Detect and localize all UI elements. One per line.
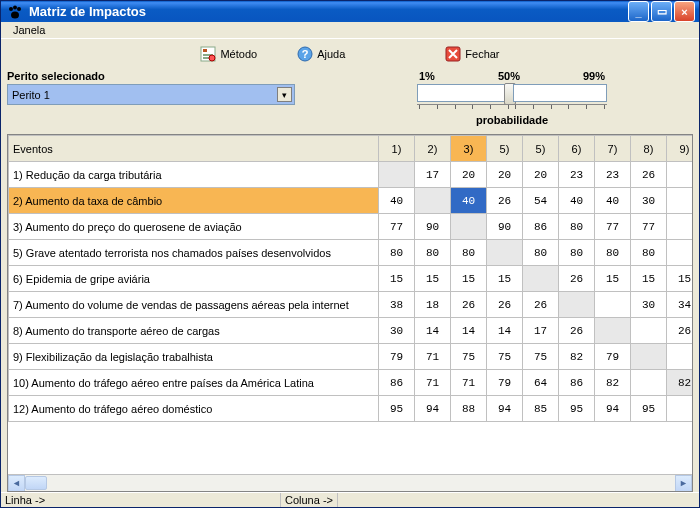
matrix-cell[interactable]: 15: [667, 266, 693, 292]
table-row[interactable]: 10) Aumento do tráfego aéreo entre paíse…: [9, 370, 693, 396]
matrix-cell[interactable]: 95: [631, 396, 667, 422]
matrix-cell[interactable]: 77: [595, 214, 631, 240]
matrix-cell[interactable]: 82: [667, 370, 693, 396]
matrix-cell[interactable]: 40: [451, 188, 487, 214]
matrix-cell[interactable]: 26: [559, 318, 595, 344]
matrix-cell[interactable]: 17: [523, 318, 559, 344]
matrix-cell[interactable]: 15: [451, 266, 487, 292]
matrix-cell[interactable]: [667, 344, 693, 370]
expert-select[interactable]: Perito 1 ▾: [7, 84, 295, 105]
matrix-cell[interactable]: 30: [379, 318, 415, 344]
titlebar[interactable]: Matriz de Impactos _ ▭ ×: [1, 1, 699, 22]
matrix-cell[interactable]: 71: [415, 370, 451, 396]
column-header[interactable]: 2): [415, 136, 451, 162]
matrix-cell[interactable]: 80: [559, 214, 595, 240]
matrix-cell[interactable]: [667, 240, 693, 266]
matrix-cell[interactable]: 80: [415, 240, 451, 266]
matrix-cell[interactable]: 20: [487, 162, 523, 188]
column-header[interactable]: 7): [595, 136, 631, 162]
column-header[interactable]: 5): [487, 136, 523, 162]
column-header[interactable]: 6): [559, 136, 595, 162]
matrix-cell[interactable]: 26: [487, 292, 523, 318]
matrix-cell[interactable]: 86: [559, 370, 595, 396]
matrix-cell[interactable]: [595, 292, 631, 318]
scroll-left-button[interactable]: ◄: [8, 475, 25, 492]
matrix-cell[interactable]: 80: [451, 240, 487, 266]
matrix-cell[interactable]: 54: [523, 188, 559, 214]
column-header[interactable]: 5): [523, 136, 559, 162]
menu-janela[interactable]: Janela: [7, 22, 51, 38]
scroll-right-button[interactable]: ►: [675, 475, 692, 492]
ajuda-button[interactable]: ? Ajuda: [297, 46, 345, 62]
matrix-cell[interactable]: 75: [487, 344, 523, 370]
matrix-cell[interactable]: 86: [523, 214, 559, 240]
matrix-cell[interactable]: 95: [559, 396, 595, 422]
matrix-cell[interactable]: 85: [523, 396, 559, 422]
matrix-cell[interactable]: 14: [415, 318, 451, 344]
matrix-cell[interactable]: [667, 214, 693, 240]
probability-slider[interactable]: [417, 84, 607, 102]
table-row[interactable]: 3) Aumento do preço do querosene de avia…: [9, 214, 693, 240]
matrix-cell[interactable]: 75: [523, 344, 559, 370]
matrix-cell[interactable]: [487, 240, 523, 266]
matrix-cell[interactable]: 64: [523, 370, 559, 396]
scrollbar-thumb[interactable]: [25, 476, 47, 490]
table-row[interactable]: 5) Grave atentado terrorista nos chamado…: [9, 240, 693, 266]
matrix-cell[interactable]: 90: [487, 214, 523, 240]
matrix-cell[interactable]: [415, 188, 451, 214]
matrix-cell[interactable]: 75: [451, 344, 487, 370]
matrix-cell[interactable]: 38: [379, 292, 415, 318]
matrix-cell[interactable]: [667, 188, 693, 214]
matrix-cell[interactable]: 14: [451, 318, 487, 344]
matrix-cell[interactable]: [667, 162, 693, 188]
table-row[interactable]: 1) Redução da carga tributária1720202023…: [9, 162, 693, 188]
metodo-button[interactable]: Método: [200, 46, 257, 62]
matrix-cell[interactable]: 23: [559, 162, 595, 188]
matrix-cell[interactable]: [451, 214, 487, 240]
matrix-cell[interactable]: 15: [595, 266, 631, 292]
matrix-cell[interactable]: 26: [451, 292, 487, 318]
matrix-cell[interactable]: 40: [559, 188, 595, 214]
matrix-cell[interactable]: 30: [631, 188, 667, 214]
minimize-button[interactable]: _: [628, 1, 649, 22]
matrix-cell[interactable]: 82: [595, 370, 631, 396]
matrix-cell[interactable]: 82: [559, 344, 595, 370]
table-row[interactable]: 12) Aumento do tráfego aéreo doméstico95…: [9, 396, 693, 422]
matrix-cell[interactable]: 95: [379, 396, 415, 422]
column-header[interactable]: 8): [631, 136, 667, 162]
matrix-cell[interactable]: [631, 370, 667, 396]
matrix-cell[interactable]: 94: [487, 396, 523, 422]
matrix-cell[interactable]: 94: [415, 396, 451, 422]
matrix-cell[interactable]: 40: [379, 188, 415, 214]
matrix-cell[interactable]: 80: [523, 240, 559, 266]
matrix-cell[interactable]: 20: [523, 162, 559, 188]
matrix-cell[interactable]: 94: [595, 396, 631, 422]
matrix-cell[interactable]: [559, 292, 595, 318]
matrix-cell[interactable]: 15: [487, 266, 523, 292]
matrix-cell[interactable]: 26: [523, 292, 559, 318]
matrix-cell[interactable]: 18: [415, 292, 451, 318]
matrix-cell[interactable]: 71: [451, 370, 487, 396]
matrix-cell[interactable]: 20: [451, 162, 487, 188]
matrix-cell[interactable]: 79: [487, 370, 523, 396]
table-row[interactable]: 9) Flexibilização da legislação trabalhi…: [9, 344, 693, 370]
matrix-cell[interactable]: [631, 344, 667, 370]
matrix-cell[interactable]: 88: [451, 396, 487, 422]
matrix-cell[interactable]: 40: [595, 188, 631, 214]
table-row[interactable]: 7) Aumento do volume de vendas de passag…: [9, 292, 693, 318]
matrix-cell[interactable]: 26: [631, 162, 667, 188]
matrix-cell[interactable]: 26: [667, 318, 693, 344]
matrix-cell[interactable]: [523, 266, 559, 292]
matrix-cell[interactable]: [631, 318, 667, 344]
matrix-cell[interactable]: 30: [631, 292, 667, 318]
table-row[interactable]: 2) Aumento da taxa de câmbio404026544040…: [9, 188, 693, 214]
horizontal-scrollbar[interactable]: ◄ ►: [8, 474, 692, 491]
matrix-cell[interactable]: 77: [379, 214, 415, 240]
table-row[interactable]: 6) Epidemia de gripe aviária151515152615…: [9, 266, 693, 292]
matrix-cell[interactable]: 80: [595, 240, 631, 266]
matrix-cell[interactable]: 86: [379, 370, 415, 396]
matrix-cell[interactable]: 80: [379, 240, 415, 266]
fechar-button[interactable]: Fechar: [445, 46, 499, 62]
matrix-cell[interactable]: 26: [559, 266, 595, 292]
matrix-cell[interactable]: 15: [631, 266, 667, 292]
